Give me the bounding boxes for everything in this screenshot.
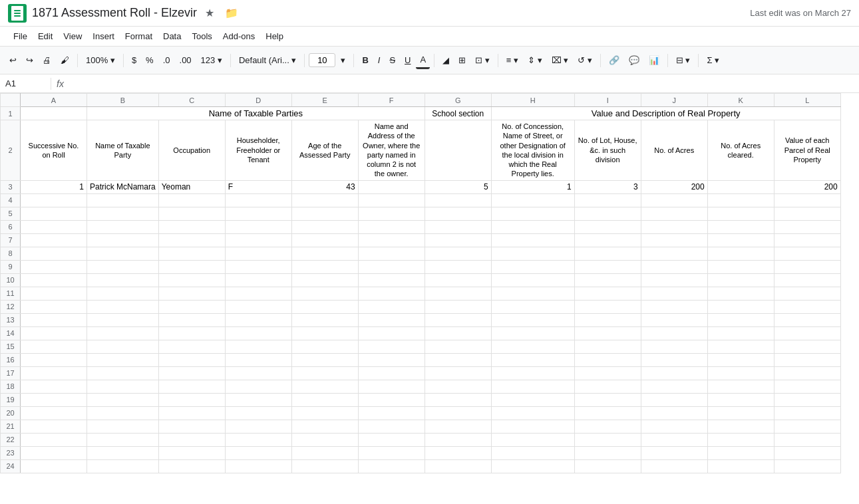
name-of-taxable-parties-header[interactable]: Name of Taxable Parties (87, 107, 425, 120)
cell-d3[interactable]: F (225, 180, 291, 193)
col-header-e[interactable]: E (291, 94, 358, 107)
menu-view[interactable]: View (58, 29, 87, 44)
document-title[interactable]: 1871 Assessment Roll - Elzevir (32, 6, 197, 20)
table-row: 2 Successive No. on Roll Name of Taxable… (1, 120, 841, 181)
col-header-l[interactable]: L (774, 94, 840, 107)
cell-h3[interactable]: 1 (491, 180, 574, 193)
row-number: 23 (1, 446, 21, 459)
merge-button[interactable]: ⊡ ▾ (471, 53, 494, 68)
menu-addons[interactable]: Add-ons (218, 29, 260, 44)
separator-2 (123, 54, 124, 67)
cell-i3[interactable]: 3 (574, 180, 641, 193)
col-header-i[interactable]: I (574, 94, 641, 107)
row-number: 8 (1, 247, 21, 260)
fill-color-button[interactable]: ◢ (438, 53, 453, 68)
col-header-c[interactable]: C (158, 94, 225, 107)
h-align-button[interactable]: ≡ ▾ (502, 53, 522, 68)
cell-l3[interactable]: 200 (774, 180, 840, 193)
value-description-header[interactable]: Value and Description of Real Property (491, 107, 840, 120)
percent-button[interactable]: % (142, 53, 158, 68)
underline-button[interactable]: U (401, 53, 415, 68)
cell-g3[interactable]: 5 (425, 180, 491, 193)
row-number: 4 (1, 193, 21, 207)
menu-file[interactable]: File (8, 29, 33, 44)
age-header[interactable]: Age of the Assessed Party (291, 120, 358, 181)
cell-e3[interactable]: 43 (291, 180, 358, 193)
bold-button[interactable]: B (358, 53, 372, 68)
print-button[interactable]: 🖨 (39, 53, 55, 68)
formula-input[interactable] (69, 78, 854, 88)
cell-b3[interactable]: Patrick McNamara (87, 180, 159, 193)
col-header-g[interactable]: G (425, 94, 491, 107)
spreadsheet-table: A B C D E F G H I J K L 1 Name of Taxabl… (0, 93, 841, 473)
col-header-a[interactable]: A (21, 94, 87, 107)
currency-button[interactable]: $ (128, 53, 140, 68)
dec-inc-button[interactable]: .00 (176, 53, 196, 68)
menu-help[interactable]: Help (260, 29, 289, 44)
link-button[interactable]: 🔗 (605, 53, 623, 68)
wrap-button[interactable]: ⌧ ▾ (548, 53, 573, 68)
name-taxable-party-header[interactable]: Name of Taxable Party (87, 120, 159, 181)
concession-header[interactable]: No. of Concession, Name of Street, or ot… (491, 120, 574, 181)
italic-button[interactable]: I (374, 53, 385, 68)
rotate-button[interactable]: ↺ ▾ (574, 53, 596, 68)
title-bar: 1871 Assessment Roll - Elzevir ★ 📁 Last … (0, 0, 859, 27)
filter-button[interactable]: ⊟ ▾ (672, 53, 695, 68)
star-icon[interactable]: ★ (202, 5, 217, 21)
value-parcel-header[interactable]: Value of each Parcel of Real Property (774, 120, 840, 181)
font-selector[interactable]: Default (Ari... ▾ (235, 53, 300, 68)
menu-insert[interactable]: Insert (87, 29, 120, 44)
strikethrough-button[interactable]: S (385, 53, 399, 68)
comment-button[interactable]: 💬 (625, 53, 643, 68)
acres-cleared-header[interactable]: No. of Acres cleared. (707, 120, 774, 181)
separator-9 (667, 54, 668, 67)
menu-tools[interactable]: Tools (186, 29, 217, 44)
font-size-arrow[interactable]: ▾ (337, 53, 349, 68)
school-section-header[interactable]: School section (425, 107, 491, 120)
menu-edit[interactable]: Edit (33, 29, 58, 44)
cell-a3[interactable]: 1 (21, 180, 87, 193)
name-address-header[interactable]: Name and Address of the Owner, where the… (358, 120, 425, 181)
menu-format[interactable]: Format (120, 29, 158, 44)
col-header-f[interactable]: F (358, 94, 425, 107)
col-header-d[interactable]: D (225, 94, 291, 107)
fx-label: fx (57, 78, 64, 89)
col-header-b[interactable]: B (87, 94, 159, 107)
folder-icon[interactable]: 📁 (222, 5, 241, 21)
successive-no-header[interactable]: Successive No. on Roll (21, 120, 87, 181)
borders-button[interactable]: ⊞ (454, 53, 470, 68)
function-button[interactable]: Σ ▾ (703, 53, 723, 68)
paint-format-button[interactable]: 🖌 (57, 53, 73, 68)
col-header-h[interactable]: H (491, 94, 574, 107)
acres-header[interactable]: No. of Acres (641, 120, 707, 181)
dec-dec-button[interactable]: .0 (159, 53, 174, 68)
zoom-button[interactable]: 100% ▾ (82, 53, 119, 68)
cell-f3[interactable] (358, 180, 425, 193)
row-number: 21 (1, 420, 21, 433)
last-edit-label: Last edit was on March 27 (750, 8, 851, 18)
text-color-button[interactable]: A (416, 52, 430, 69)
occupation-header[interactable]: Occupation (158, 120, 225, 181)
lot-house-header[interactable]: No. of Lot, House, &c. in such division (574, 120, 641, 181)
col-header-j[interactable]: J (641, 94, 707, 107)
v-align-button[interactable]: ⇕ ▾ (524, 53, 546, 68)
more-formats-button[interactable]: 123 ▾ (197, 53, 226, 68)
font-size-input[interactable] (309, 53, 335, 67)
undo-button[interactable]: ↩ (5, 53, 21, 68)
menu-data[interactable]: Data (158, 29, 186, 44)
cell-c3[interactable]: Yeoman (158, 180, 225, 193)
redo-button[interactable]: ↪ (22, 53, 37, 68)
sheet-container[interactable]: A B C D E F G H I J K L 1 Name of Taxabl… (0, 93, 859, 504)
householder-header[interactable]: Householder, Freeholder or Tenant (225, 120, 291, 181)
corner-cell (1, 94, 21, 107)
table-row: 13 (1, 313, 841, 326)
col-header-k[interactable]: K (707, 94, 774, 107)
cell-a1[interactable] (21, 107, 87, 120)
cell-reference-input[interactable] (5, 78, 45, 88)
school-section-sub-header[interactable] (425, 120, 491, 181)
cell-k3[interactable] (707, 180, 774, 193)
cell-j3[interactable]: 200 (641, 180, 707, 193)
table-row: 8 (1, 247, 841, 260)
chart-button[interactable]: 📊 (645, 53, 663, 68)
row-number: 12 (1, 300, 21, 313)
